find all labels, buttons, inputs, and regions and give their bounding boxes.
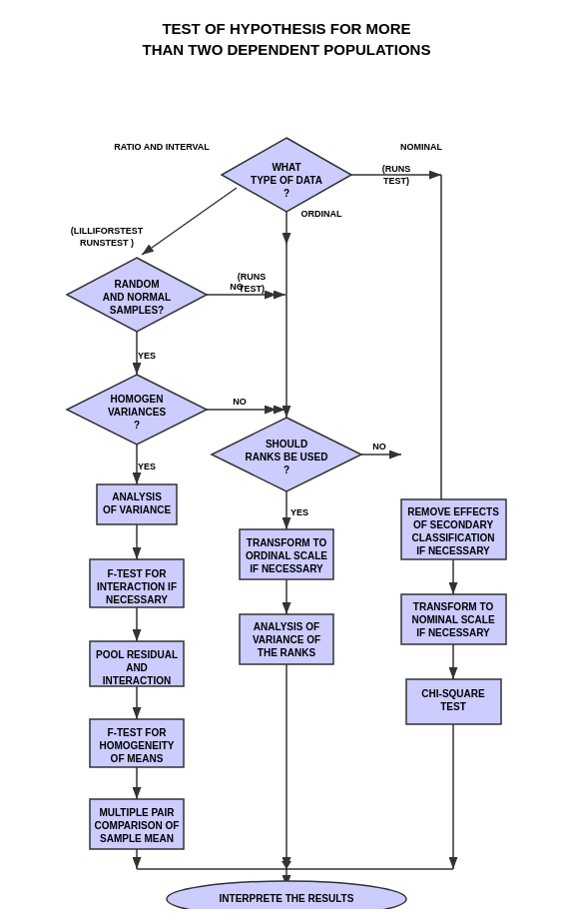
yes-label-3: YES xyxy=(290,507,308,517)
lillifor-label: (LILLIFORSTEST xyxy=(71,226,144,236)
yes-label-2: YES xyxy=(138,462,156,471)
runstest-label: RUNSTEST ) xyxy=(80,238,134,248)
yes-label-1: YES xyxy=(138,351,156,361)
svg-text:MULTIPLE PAIRCOMPARISON OFSAMP: MULTIPLE PAIRCOMPARISON OFSAMPLE MEAN xyxy=(95,807,180,844)
svg-text:TRANSFORM TONOMINAL SCALEIF NE: TRANSFORM TONOMINAL SCALEIF NECESSARY xyxy=(411,601,494,638)
runs-test-right-1: (RUNS xyxy=(382,164,411,174)
svg-text:ANALYSIS OFVARIANCE OFTHE RANK: ANALYSIS OFVARIANCE OFTHE RANKS xyxy=(253,621,320,658)
ratio-interval-label: RATIO AND INTERVAL xyxy=(114,142,210,152)
nominal-label: NOMINAL xyxy=(400,142,442,152)
merge-arrowhead xyxy=(282,861,291,869)
svg-text:TEST): TEST) xyxy=(239,284,265,294)
page-title: TEST OF HYPOTHESIS FOR MORE THAN TWO DEP… xyxy=(0,0,573,70)
ordinal-label: ORDINAL xyxy=(301,209,342,219)
runs-test-1: (RUNS xyxy=(238,272,267,282)
page: TEST OF HYPOTHESIS FOR MORE THAN TWO DEP… xyxy=(0,0,573,924)
interpret-label: INTERPRETE THE RESULTS xyxy=(220,893,354,904)
svg-text:TEST): TEST) xyxy=(383,176,409,186)
no-label-3: NO xyxy=(372,442,386,452)
arrow-to-random xyxy=(142,188,237,255)
svg-text:F-TEST FORINTERACTION IFNECESS: F-TEST FORINTERACTION IFNECESSARY xyxy=(97,568,177,605)
no-label-2: NO xyxy=(233,397,247,407)
svg-text:TRANSFORM TOORDINAL SCALEIF NE: TRANSFORM TOORDINAL SCALEIF NECESSARY xyxy=(246,537,327,574)
flowchart: WHATTYPE OF DATA? RATIO AND INTERVAL NOM… xyxy=(22,70,551,909)
